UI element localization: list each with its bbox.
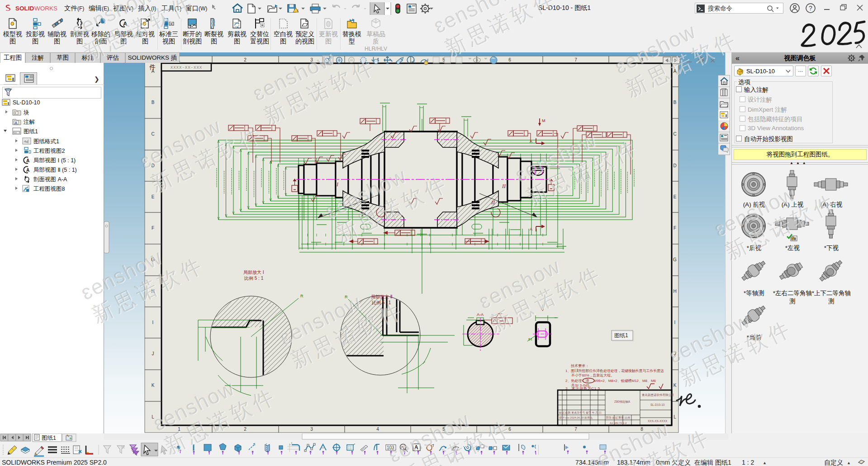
svg-text:6: 6	[508, 427, 511, 432]
svg-text:阶段 标记 重量 比例: 阶段 标记 重量 比例	[606, 416, 630, 419]
svg-text:2: 2	[244, 427, 247, 432]
svg-text:剖面视图 A-A: 剖面视图 A-A	[33, 176, 67, 183]
svg-text:局部放大 Ⅰ: 局部放大 Ⅰ	[243, 270, 264, 275]
svg-text:H: H	[151, 289, 154, 294]
svg-text:B: B	[152, 100, 155, 105]
svg-text:I: I	[152, 320, 154, 325]
svg-text:1、图Ⅰ,Ⅱ所指部位作淬色处理处理，花键接触长度与工作长度达: 1、图Ⅰ,Ⅱ所指部位作淬色处理处理，花键接触长度与工作长度达	[565, 369, 664, 373]
svg-text:图纸1: 图纸1	[42, 435, 56, 441]
svg-text:SL-D10-10: SL-D10-10	[650, 403, 665, 406]
svg-text:7: 7	[574, 57, 577, 62]
svg-text:4: 4	[376, 427, 379, 432]
svg-text:J: J	[674, 351, 676, 356]
svg-text:青岛新思诺软件有限公司: 青岛新思诺软件有限公司	[642, 393, 674, 397]
svg-text:V: V	[541, 308, 544, 312]
svg-text:C: C	[151, 132, 154, 137]
svg-text:局部放大 Ⅱ: 局部放大 Ⅱ	[371, 294, 393, 299]
svg-text:A: A	[414, 444, 418, 451]
svg-text:F: F	[152, 226, 154, 231]
svg-text:E: E	[674, 194, 677, 199]
svg-text:图纸1: 图纸1	[614, 332, 628, 339]
svg-text:技术要求：: 技术要求：	[570, 364, 589, 368]
svg-text:8: 8	[640, 57, 643, 62]
svg-text:2: 2	[244, 57, 247, 62]
svg-text:比例 5 : 1: 比例 5 : 1	[244, 276, 264, 281]
svg-text:A: A	[26, 158, 29, 163]
svg-text:A: A	[674, 69, 677, 74]
svg-text:J: J	[152, 351, 154, 356]
svg-text:G: G	[673, 257, 677, 262]
svg-text:II: II	[491, 199, 495, 206]
svg-text:5: 5	[442, 427, 445, 432]
svg-text:B: B	[674, 100, 677, 105]
svg-text:局部视图 Ⅱ (5 : 1): 局部视图 Ⅱ (5 : 1)	[33, 167, 77, 173]
svg-text:设计 xxx 2024.06.20 标准化: 设计 xxx 2024.06.20 标准化	[559, 416, 593, 419]
svg-text:A: A	[26, 168, 29, 173]
svg-text:7: 7	[574, 427, 577, 432]
svg-text:K: K	[152, 383, 155, 388]
svg-text:WORKS: WORKS	[34, 5, 57, 12]
svg-text:图纸格式1: 图纸格式1	[33, 138, 59, 145]
svg-text:标记 处数 更改文件号 签字 年.月.日: 标记 处数 更改文件号 签字 年.月.日	[559, 411, 602, 414]
svg-text:R: R	[300, 294, 304, 298]
svg-text:M: M	[542, 118, 545, 123]
svg-text:2、热处理：淬 、M95×2、M8×2、铣键槽: 2、热处理：淬 、M95×2、M8×2、铣键槽M12、M8、M6	[565, 379, 656, 383]
svg-text:工程图视图2: 工程图视图2	[33, 148, 65, 154]
svg-text:H: H	[673, 289, 676, 294]
svg-text:A: A	[123, 20, 128, 27]
svg-text:103: 103	[387, 445, 394, 450]
svg-text:SOLID: SOLID	[15, 5, 34, 12]
svg-text:A1 182.72 1:2: A1 182.72 1:2	[610, 422, 627, 424]
svg-text:6: 6	[508, 57, 511, 62]
svg-text:1: 1	[178, 427, 180, 432]
svg-text:XXXX-XX-XXX: XXXX-XX-XXX	[171, 66, 202, 70]
svg-text:?: ?	[809, 5, 812, 12]
svg-text:3: 3	[310, 57, 313, 62]
svg-text:工程图视图8: 工程图视图8	[33, 186, 65, 192]
svg-text:A: A	[14, 121, 18, 125]
svg-text:SL-D10-10: SL-D10-10	[13, 99, 40, 106]
svg-text:G: G	[151, 257, 155, 262]
svg-text:块: 块	[23, 109, 29, 116]
svg-text:D: D	[151, 163, 154, 168]
svg-text:R: R	[345, 295, 348, 299]
svg-text:II: II	[502, 183, 506, 189]
svg-text:图纸1: 图纸1	[24, 128, 38, 135]
svg-text:L: L	[152, 414, 154, 419]
svg-text:L: L	[674, 414, 676, 419]
svg-text:8: 8	[640, 427, 643, 432]
svg-text:Z80惰轮轴A: Z80惰轮轴A	[614, 400, 631, 404]
svg-text:A: A	[530, 139, 532, 144]
svg-text:I: I	[674, 320, 676, 325]
svg-text:K: K	[674, 383, 677, 388]
svg-text:XXX-XX-XXXX: XXX-XX-XXXX	[648, 419, 668, 423]
svg-text:C: C	[673, 132, 676, 137]
svg-text:比例 5 : 1: 比例 5 : 1	[372, 300, 391, 305]
svg-text:A-A: A-A	[477, 312, 484, 317]
svg-text:F: F	[674, 226, 676, 231]
svg-text:注解: 注解	[23, 119, 35, 125]
svg-text:N: N	[402, 445, 405, 450]
svg-text:局部视图 Ⅰ (5 : 1): 局部视图 Ⅰ (5 : 1)	[33, 157, 76, 164]
svg-text:3: 3	[310, 427, 313, 432]
svg-text:!: !	[297, 9, 299, 13]
svg-text:D: D	[673, 163, 676, 168]
svg-text:61: 61	[528, 337, 532, 341]
svg-text:E: E	[152, 194, 155, 199]
svg-text:不小于60%，且靠近大端。: 不小于60%，且靠近大端。	[571, 373, 614, 377]
svg-text:A: A	[530, 227, 532, 231]
